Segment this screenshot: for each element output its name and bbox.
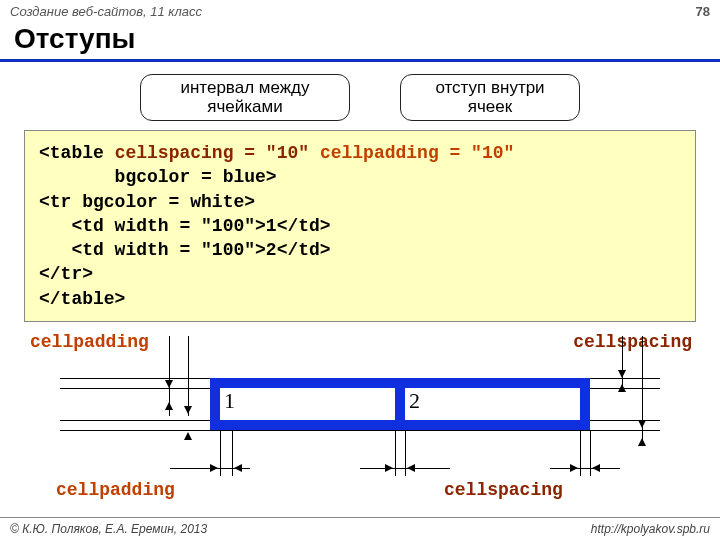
- copyright: © К.Ю. Поляков, Е.А. Еремин, 2013: [10, 522, 207, 536]
- table-diagram: 1 2: [60, 360, 660, 480]
- page-title: Отступы: [0, 21, 720, 59]
- label-cellpadding-top: cellpadding: [30, 332, 149, 352]
- page-number: 78: [696, 4, 710, 19]
- callout-cellpadding: отступ внутриячеек: [400, 74, 580, 121]
- callout-cellspacing: интервал междуячейками: [140, 74, 350, 121]
- label-cellspacing-top: cellspacing: [573, 332, 692, 352]
- table-outer: 1 2: [210, 378, 590, 430]
- breadcrumb: Создание веб-сайтов, 11 класс: [10, 4, 202, 19]
- code-example: <table cellspacing = "10" cellpadding = …: [24, 130, 696, 322]
- cell-1: 1: [220, 388, 395, 420]
- cell-2: 2: [405, 388, 580, 420]
- label-cellpadding-bottom: cellpadding: [56, 480, 175, 500]
- label-cellspacing-bottom: cellspacing: [444, 480, 563, 500]
- footer-url: http://kpolyakov.spb.ru: [591, 522, 710, 536]
- title-rule: [0, 59, 720, 62]
